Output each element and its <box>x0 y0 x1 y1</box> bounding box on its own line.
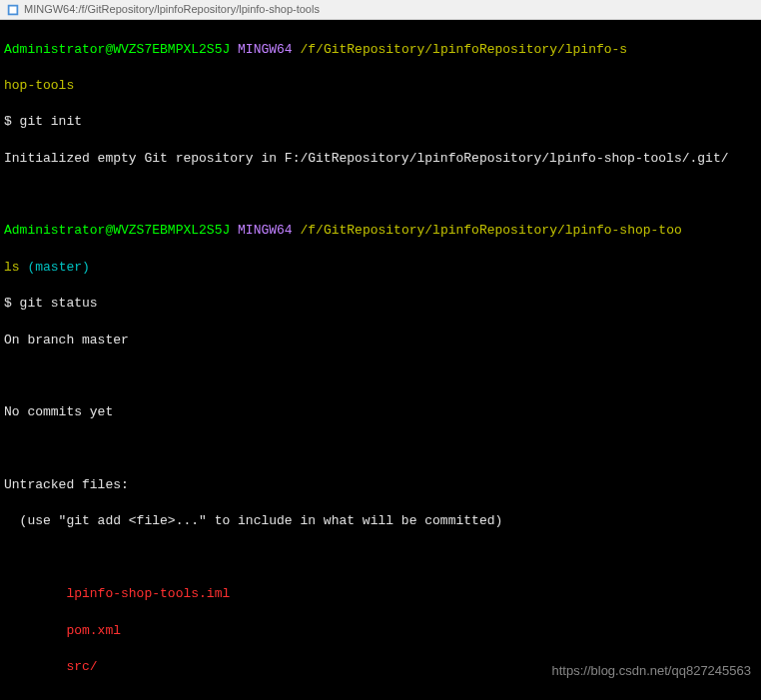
blank-line <box>4 694 757 700</box>
output: No commits yet <box>4 403 757 421</box>
window-titlebar[interactable]: MINGW64:/f/GitRepository/lpinfoRepositor… <box>0 0 761 20</box>
output: Untracked files: <box>4 476 757 494</box>
branch-wrap: ls (master) <box>4 259 757 277</box>
untracked-file: src/ <box>4 658 757 676</box>
prompt-host: MINGW64 <box>238 42 293 57</box>
output: Initialized empty Git repository in F:/G… <box>4 150 757 168</box>
app-icon <box>6 3 20 17</box>
svg-rect-1 <box>10 6 17 13</box>
output: (use "git add <file>..." to include in w… <box>4 512 757 530</box>
path-wrap-part: ls <box>4 260 20 275</box>
blank-line <box>4 186 757 204</box>
blank-line <box>4 440 757 458</box>
blank-line <box>4 549 757 567</box>
path-wrap: hop-tools <box>4 77 757 95</box>
prompt-line: Administrator@WVZS7EBMPXL2S5J MINGW64 /f… <box>4 41 757 59</box>
command: $ git init <box>4 113 757 131</box>
blank-line <box>4 367 757 385</box>
prompt-user: Administrator@WVZS7EBMPXL2S5J <box>4 42 230 57</box>
untracked-file: pom.xml <box>4 622 757 640</box>
window-title: MINGW64:/f/GitRepository/lpinfoRepositor… <box>24 2 320 17</box>
prompt-host: MINGW64 <box>238 223 293 238</box>
output: On branch master <box>4 332 757 350</box>
prompt-path: /f/GitRepository/lpinfoRepository/lpinfo… <box>300 42 627 57</box>
terminal-area[interactable]: Administrator@WVZS7EBMPXL2S5J MINGW64 /f… <box>0 20 761 700</box>
prompt-line: Administrator@WVZS7EBMPXL2S5J MINGW64 /f… <box>4 222 757 240</box>
prompt-user: Administrator@WVZS7EBMPXL2S5J <box>4 223 230 238</box>
branch-label: (master) <box>27 260 89 275</box>
prompt-path: /f/GitRepository/lpinfoRepository/lpinfo… <box>300 223 681 238</box>
untracked-file: lpinfo-shop-tools.iml <box>4 585 757 603</box>
command: $ git status <box>4 295 757 313</box>
